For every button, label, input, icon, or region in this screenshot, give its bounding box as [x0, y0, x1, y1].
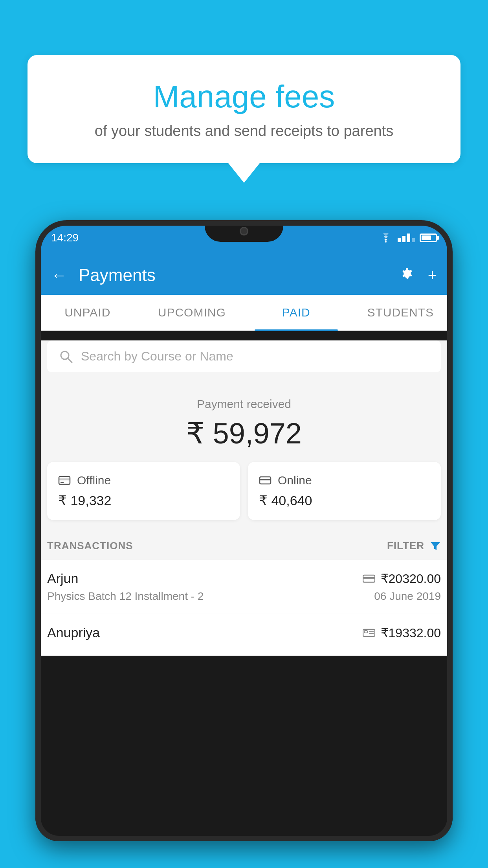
app-content: Search by Course or Name Payment receive… — [35, 340, 453, 656]
app-header: ← Payments + — [35, 256, 453, 295]
battery-fill — [422, 235, 431, 240]
filter-area[interactable]: FILTER — [387, 540, 441, 552]
transaction-top-arjun: Arjun ₹20320.00 — [47, 571, 441, 586]
transaction-row-anupriya: Anupriya ₹19332.00 — [35, 614, 453, 656]
gear-icon[interactable] — [398, 266, 416, 284]
filter-icon[interactable] — [430, 541, 441, 552]
filter-label: FILTER — [387, 540, 424, 552]
header-title: Payments — [79, 265, 386, 285]
online-card-amount: ₹ 40,640 — [259, 493, 430, 508]
transaction-amount-value-arjun: ₹20320.00 — [381, 571, 441, 586]
transaction-row: Arjun ₹20320.00 Physics Batch 12 Install… — [35, 560, 453, 614]
phone-container: 14:29 — [35, 220, 453, 868]
bubble-title: Manage fees — [59, 79, 429, 115]
status-icons — [379, 232, 437, 243]
svg-point-0 — [385, 241, 387, 243]
transaction-amount-anupriya: ₹19332.00 — [363, 625, 441, 640]
bubble-subtitle: of your students and send receipts to pa… — [59, 123, 429, 140]
signal-icon — [398, 234, 415, 242]
payment-cards: Offline ₹ 19,332 Online ₹ 40,640 — [35, 462, 453, 532]
tabs-bar: UNPAID UPCOMING PAID STUDENTS — [35, 295, 453, 331]
payment-received-section: Payment received ₹ 59,972 — [35, 382, 453, 462]
transaction-amount-value-anupriya: ₹19332.00 — [381, 625, 441, 640]
battery-icon — [420, 234, 437, 242]
tab-upcoming[interactable]: UPCOMING — [140, 295, 244, 330]
online-icon — [259, 474, 272, 487]
notch — [205, 220, 283, 242]
speech-bubble-arrow — [228, 163, 260, 183]
search-bar[interactable]: Search by Course or Name — [47, 340, 441, 372]
online-card-label: Online — [278, 474, 312, 487]
header-icons: + — [398, 266, 437, 284]
offline-card-label: Offline — [77, 474, 111, 487]
transaction-top-anupriya: Anupriya ₹19332.00 — [47, 625, 441, 640]
offline-card-header: Offline — [58, 474, 229, 487]
search-placeholder: Search by Course or Name — [81, 349, 233, 364]
speech-bubble: Manage fees of your students and send re… — [28, 55, 460, 163]
transaction-name-arjun: Arjun — [47, 571, 78, 586]
camera — [240, 227, 248, 235]
online-card-header: Online — [259, 474, 430, 487]
tab-paid[interactable]: PAID — [244, 295, 349, 330]
card-payment-icon — [363, 574, 375, 584]
status-bar: 14:29 — [35, 220, 453, 256]
payment-amount: ₹ 59,972 — [47, 416, 441, 450]
plus-button[interactable]: + — [428, 267, 437, 284]
transactions-label: TRANSACTIONS — [47, 540, 133, 552]
transaction-name-anupriya: Anupriya — [47, 625, 100, 640]
svg-rect-11 — [364, 631, 367, 633]
svg-line-2 — [68, 359, 72, 362]
svg-rect-7 — [260, 479, 271, 480]
transaction-date-arjun: 06 June 2019 — [374, 590, 441, 603]
transaction-amount-arjun: ₹20320.00 — [363, 571, 441, 586]
phone-inner: 14:29 — [35, 220, 453, 841]
offline-card-amount: ₹ 19,332 — [58, 493, 229, 508]
transactions-header: TRANSACTIONS FILTER — [35, 532, 453, 560]
phone-frame: 14:29 — [35, 220, 453, 841]
tab-students[interactable]: STUDENTS — [349, 295, 453, 330]
offline-card: Offline ₹ 19,332 — [47, 462, 240, 520]
tab-unpaid[interactable]: UNPAID — [35, 295, 140, 330]
cash-payment-icon — [363, 628, 375, 638]
speech-bubble-container: Manage fees of your students and send re… — [28, 55, 460, 183]
transaction-bottom-arjun: Physics Batch 12 Installment - 2 06 June… — [47, 590, 441, 603]
svg-rect-5 — [61, 482, 64, 483]
online-card: Online ₹ 40,640 — [248, 462, 441, 520]
svg-rect-9 — [363, 577, 375, 579]
transaction-course-arjun: Physics Batch 12 Installment - 2 — [47, 590, 204, 603]
search-icon — [59, 349, 73, 364]
svg-rect-4 — [59, 478, 70, 480]
wifi-icon — [379, 232, 393, 243]
back-button[interactable]: ← — [51, 267, 67, 284]
status-time: 14:29 — [51, 232, 79, 244]
offline-icon — [58, 474, 71, 487]
payment-received-label: Payment received — [47, 397, 441, 411]
